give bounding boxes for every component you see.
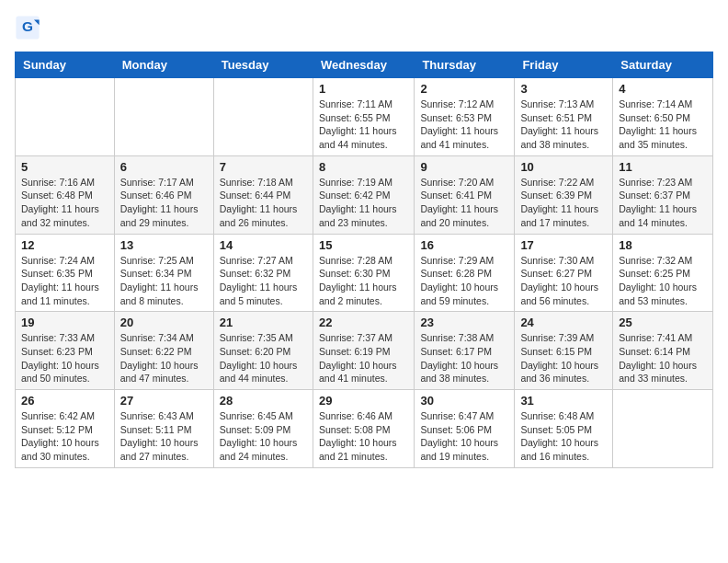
calendar-cell: 28Sunrise: 6:45 AM Sunset: 5:09 PM Dayli… — [213, 390, 313, 468]
calendar-cell: 23Sunrise: 7:38 AM Sunset: 6:17 PM Dayli… — [415, 312, 515, 390]
day-number: 9 — [420, 160, 508, 174]
day-info: Sunrise: 7:22 AM Sunset: 6:39 PM Dayligh… — [520, 176, 607, 230]
calendar-cell: 4Sunrise: 7:14 AM Sunset: 6:50 PM Daylig… — [613, 78, 713, 156]
day-number: 31 — [520, 394, 607, 408]
day-header-friday: Friday — [515, 52, 613, 78]
calendar-cell — [114, 78, 213, 156]
page-header: G — [15, 15, 713, 40]
calendar-cell: 16Sunrise: 7:29 AM Sunset: 6:28 PM Dayli… — [415, 234, 515, 312]
day-info: Sunrise: 7:16 AM Sunset: 6:48 PM Dayligh… — [21, 176, 108, 230]
calendar-cell — [16, 78, 115, 156]
logo-icon: G — [15, 15, 40, 40]
day-number: 24 — [520, 316, 607, 329]
day-info: Sunrise: 7:17 AM Sunset: 6:46 PM Dayligh… — [120, 176, 208, 230]
day-info: Sunrise: 7:23 AM Sunset: 6:37 PM Dayligh… — [619, 176, 707, 230]
day-number: 18 — [619, 238, 707, 252]
calendar-cell: 6Sunrise: 7:17 AM Sunset: 6:46 PM Daylig… — [114, 155, 213, 234]
calendar-cell: 15Sunrise: 7:28 AM Sunset: 6:30 PM Dayli… — [313, 234, 414, 312]
calendar-cell: 9Sunrise: 7:20 AM Sunset: 6:41 PM Daylig… — [415, 155, 515, 234]
calendar-cell: 20Sunrise: 7:34 AM Sunset: 6:22 PM Dayli… — [114, 312, 213, 390]
day-info: Sunrise: 7:32 AM Sunset: 6:25 PM Dayligh… — [619, 254, 707, 308]
calendar-cell: 24Sunrise: 7:39 AM Sunset: 6:15 PM Dayli… — [515, 312, 613, 390]
day-number: 29 — [319, 394, 408, 408]
day-info: Sunrise: 7:33 AM Sunset: 6:23 PM Dayligh… — [21, 331, 108, 385]
calendar-cell — [613, 390, 713, 468]
calendar-week-5: 26Sunrise: 6:42 AM Sunset: 5:12 PM Dayli… — [16, 390, 713, 468]
day-info: Sunrise: 7:14 AM Sunset: 6:50 PM Dayligh… — [619, 98, 707, 152]
calendar-cell: 12Sunrise: 7:24 AM Sunset: 6:35 PM Dayli… — [16, 234, 115, 312]
calendar-cell: 19Sunrise: 7:33 AM Sunset: 6:23 PM Dayli… — [16, 312, 115, 390]
day-info: Sunrise: 7:12 AM Sunset: 6:53 PM Dayligh… — [420, 98, 508, 152]
day-info: Sunrise: 7:18 AM Sunset: 6:44 PM Dayligh… — [220, 176, 307, 230]
day-number: 25 — [619, 316, 707, 329]
day-number: 6 — [120, 160, 208, 174]
day-number: 1 — [319, 82, 408, 96]
calendar-cell: 13Sunrise: 7:25 AM Sunset: 6:34 PM Dayli… — [114, 234, 213, 312]
day-number: 26 — [21, 394, 108, 408]
day-info: Sunrise: 7:25 AM Sunset: 6:34 PM Dayligh… — [120, 254, 208, 308]
day-number: 12 — [21, 238, 108, 252]
day-number: 13 — [120, 238, 208, 252]
calendar-cell: 21Sunrise: 7:35 AM Sunset: 6:20 PM Dayli… — [213, 312, 313, 390]
day-header-sunday: Sunday — [16, 52, 115, 78]
day-number: 3 — [520, 82, 607, 96]
calendar-cell: 3Sunrise: 7:13 AM Sunset: 6:51 PM Daylig… — [515, 78, 613, 156]
day-info: Sunrise: 6:42 AM Sunset: 5:12 PM Dayligh… — [21, 409, 108, 464]
day-info: Sunrise: 7:38 AM Sunset: 6:17 PM Dayligh… — [420, 331, 508, 385]
day-number: 4 — [619, 82, 707, 96]
day-number: 10 — [520, 160, 607, 174]
day-info: Sunrise: 7:24 AM Sunset: 6:35 PM Dayligh… — [21, 254, 108, 308]
calendar-cell: 29Sunrise: 6:46 AM Sunset: 5:08 PM Dayli… — [313, 390, 414, 468]
day-info: Sunrise: 7:27 AM Sunset: 6:32 PM Dayligh… — [220, 254, 307, 308]
calendar-cell: 22Sunrise: 7:37 AM Sunset: 6:19 PM Dayli… — [313, 312, 414, 390]
day-info: Sunrise: 7:20 AM Sunset: 6:41 PM Dayligh… — [420, 176, 508, 230]
day-number: 27 — [120, 394, 208, 408]
day-number: 7 — [220, 160, 307, 174]
calendar-cell: 8Sunrise: 7:19 AM Sunset: 6:42 PM Daylig… — [313, 155, 414, 234]
logo: G — [15, 15, 44, 40]
day-number: 23 — [420, 316, 508, 329]
day-info: Sunrise: 7:37 AM Sunset: 6:19 PM Dayligh… — [319, 331, 408, 385]
day-info: Sunrise: 7:29 AM Sunset: 6:28 PM Dayligh… — [420, 254, 508, 308]
day-info: Sunrise: 7:41 AM Sunset: 6:14 PM Dayligh… — [619, 331, 707, 385]
day-number: 19 — [21, 316, 108, 329]
calendar-cell: 10Sunrise: 7:22 AM Sunset: 6:39 PM Dayli… — [515, 155, 613, 234]
day-number: 21 — [220, 316, 307, 329]
day-info: Sunrise: 6:46 AM Sunset: 5:08 PM Dayligh… — [319, 409, 408, 464]
day-info: Sunrise: 6:45 AM Sunset: 5:09 PM Dayligh… — [220, 409, 307, 464]
day-number: 16 — [420, 238, 508, 252]
day-info: Sunrise: 7:39 AM Sunset: 6:15 PM Dayligh… — [520, 331, 607, 385]
day-number: 14 — [220, 238, 307, 252]
calendar-cell: 1Sunrise: 7:11 AM Sunset: 6:55 PM Daylig… — [313, 78, 414, 156]
day-header-wednesday: Wednesday — [313, 52, 414, 78]
day-number: 11 — [619, 160, 707, 174]
calendar-week-4: 19Sunrise: 7:33 AM Sunset: 6:23 PM Dayli… — [16, 312, 713, 390]
calendar-cell: 18Sunrise: 7:32 AM Sunset: 6:25 PM Dayli… — [613, 234, 713, 312]
calendar-week-1: 1Sunrise: 7:11 AM Sunset: 6:55 PM Daylig… — [16, 78, 713, 156]
day-number: 8 — [319, 160, 408, 174]
calendar-cell: 26Sunrise: 6:42 AM Sunset: 5:12 PM Dayli… — [16, 390, 115, 468]
day-info: Sunrise: 7:30 AM Sunset: 6:27 PM Dayligh… — [520, 254, 607, 308]
day-header-tuesday: Tuesday — [213, 52, 313, 78]
day-info: Sunrise: 6:47 AM Sunset: 5:06 PM Dayligh… — [420, 409, 508, 464]
day-number: 30 — [420, 394, 508, 408]
calendar-header-row: SundayMondayTuesdayWednesdayThursdayFrid… — [16, 52, 713, 78]
day-number: 15 — [319, 238, 408, 252]
calendar-cell: 14Sunrise: 7:27 AM Sunset: 6:32 PM Dayli… — [213, 234, 313, 312]
calendar-cell: 27Sunrise: 6:43 AM Sunset: 5:11 PM Dayli… — [114, 390, 213, 468]
calendar-cell: 7Sunrise: 7:18 AM Sunset: 6:44 PM Daylig… — [213, 155, 313, 234]
day-number: 5 — [21, 160, 108, 174]
day-info: Sunrise: 7:19 AM Sunset: 6:42 PM Dayligh… — [319, 176, 408, 230]
svg-text:G: G — [22, 18, 33, 34]
calendar-cell: 11Sunrise: 7:23 AM Sunset: 6:37 PM Dayli… — [613, 155, 713, 234]
day-info: Sunrise: 7:28 AM Sunset: 6:30 PM Dayligh… — [319, 254, 408, 308]
calendar-cell — [213, 78, 313, 156]
calendar-cell: 5Sunrise: 7:16 AM Sunset: 6:48 PM Daylig… — [16, 155, 115, 234]
day-header-monday: Monday — [114, 52, 213, 78]
day-info: Sunrise: 6:48 AM Sunset: 5:05 PM Dayligh… — [520, 409, 607, 464]
day-info: Sunrise: 7:35 AM Sunset: 6:20 PM Dayligh… — [220, 331, 307, 385]
day-info: Sunrise: 7:13 AM Sunset: 6:51 PM Dayligh… — [520, 98, 607, 152]
calendar-cell: 25Sunrise: 7:41 AM Sunset: 6:14 PM Dayli… — [613, 312, 713, 390]
calendar-week-2: 5Sunrise: 7:16 AM Sunset: 6:48 PM Daylig… — [16, 155, 713, 234]
day-number: 2 — [420, 82, 508, 96]
